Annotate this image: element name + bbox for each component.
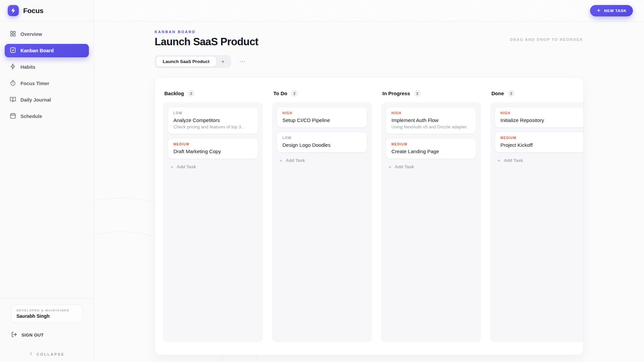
task-description: Check pricing and features of top 3... (173, 124, 253, 129)
sidebar-item-label: Overview (20, 32, 42, 37)
column-title: Backlog (164, 90, 184, 96)
plus-icon (596, 8, 601, 13)
priority-label: HIGH (500, 111, 580, 115)
task-card[interactable]: LOW Analyze Competitors Check pricing an… (168, 107, 258, 134)
plus-icon: + (279, 158, 282, 163)
sidebar-item-label: Daily Journal (20, 97, 51, 103)
new-task-button[interactable]: NEW TASK (590, 5, 633, 16)
tab-launch-saas-product[interactable]: Launch SaaS Product (156, 56, 216, 67)
grid-icon (10, 31, 16, 38)
column-title: Done (491, 90, 504, 96)
credit-card: DEVELOPED & MAINTAINED Saurabh Singh (11, 305, 83, 323)
sidebar-item-label: Habits (20, 64, 35, 70)
sidebar-item-label: Kanban Board (20, 48, 54, 53)
priority-label: MEDIUM (500, 136, 580, 140)
priority-label: LOW (173, 111, 253, 115)
app-name: Focus (23, 7, 43, 15)
app-logo: Focus (0, 0, 94, 21)
board-tabs: Launch SaaS Product + ⋯ (155, 55, 584, 68)
sign-out-icon (11, 331, 17, 339)
book-icon (10, 96, 16, 104)
tab-group: Launch SaaS Product + (155, 55, 231, 68)
add-task-button[interactable]: + Add Task (277, 157, 367, 164)
new-task-label: NEW TASK (604, 9, 627, 13)
add-task-label: Add Task (286, 158, 305, 163)
sidebar-item-daily-journal[interactable]: Daily Journal (5, 93, 89, 107)
kanban-board: Backlog 2 LOW Analyze Competitors Check … (155, 77, 584, 355)
add-task-label: Add Task (177, 164, 196, 169)
collapse-label: COLLAPSE (37, 352, 65, 356)
column-count-badge: 2 (414, 90, 421, 97)
sidebar-item-focus-timer[interactable]: Focus Timer (5, 77, 89, 90)
priority-label: MEDIUM (391, 142, 471, 146)
column-done: Done 2 HIGH Initialize Repository MEDIUM… (490, 85, 584, 347)
column-count-badge: 2 (291, 90, 298, 97)
plus-icon: + (170, 164, 173, 170)
task-title: Project Kickoff (500, 142, 580, 148)
plus-icon: + (497, 158, 500, 163)
sidebar-item-label: Focus Timer (20, 81, 49, 86)
column-dropzone: HIGH Initialize Repository MEDIUM Projec… (490, 102, 584, 342)
sidebar-item-kanban-board[interactable]: Kanban Board (5, 44, 89, 57)
calendar-icon (10, 113, 16, 120)
task-title: Analyze Competitors (173, 117, 253, 123)
drag-drop-hint: DRAG AND DROP TO REORDER (510, 38, 583, 42)
timer-icon (10, 80, 16, 87)
sidebar-footer: DEVELOPED & MAINTAINED Saurabh Singh SIG… (0, 298, 94, 362)
sidebar-item-overview[interactable]: Overview (5, 27, 89, 41)
column-count-badge: 2 (508, 90, 515, 97)
column-dropzone: LOW Analyze Competitors Check pricing an… (163, 102, 263, 342)
page-eyebrow: KANBAN BOARD (155, 30, 584, 34)
task-card[interactable]: MEDIUM Project Kickoff (495, 132, 584, 153)
column-dropzone: HIGH Setup CI/CD Pipeline LOW Design Log… (272, 102, 372, 342)
sign-out-button[interactable]: SIGN OUT (11, 331, 83, 339)
column-backlog: Backlog 2 LOW Analyze Competitors Check … (163, 85, 263, 347)
lightning-logo-icon (8, 5, 19, 16)
plus-icon: + (388, 164, 391, 170)
more-options-button[interactable]: ⋯ (239, 58, 246, 65)
column-in-progress: In Progress 2 HIGH Implement Auth Flow U… (381, 85, 481, 347)
task-card[interactable]: MEDIUM Create Landing Page (386, 138, 476, 159)
credit-label: DEVELOPED & MAINTAINED (16, 309, 77, 312)
add-board-button[interactable]: + (216, 58, 230, 65)
column-to-do: To Do 2 HIGH Setup CI/CD Pipeline LOW De… (272, 85, 372, 347)
add-task-label: Add Task (504, 158, 523, 163)
add-task-button[interactable]: + Add Task (386, 163, 476, 171)
task-title: Setup CI/CD Pipeline (282, 117, 362, 123)
task-title: Design Logo Doodles (282, 142, 362, 148)
task-card[interactable]: MEDIUM Draft Marketing Copy (168, 138, 258, 159)
add-task-button[interactable]: + Add Task (168, 163, 258, 171)
task-card[interactable]: HIGH Initialize Repository (495, 107, 584, 128)
add-task-label: Add Task (395, 164, 414, 169)
task-title: Implement Auth Flow (391, 117, 471, 123)
column-title: To Do (273, 90, 287, 96)
sidebar-item-label: Schedule (20, 114, 42, 119)
sign-out-label: SIGN OUT (21, 333, 44, 338)
topbar: NEW TASK (94, 0, 644, 21)
add-task-button[interactable]: + Add Task (495, 157, 584, 164)
lightning-icon (10, 63, 16, 71)
priority-label: HIGH (391, 111, 471, 115)
collapse-sidebar-button[interactable]: COLLAPSE (0, 352, 94, 357)
task-card[interactable]: HIGH Implement Auth Flow Using NextAuth … (386, 107, 476, 134)
sidebar-item-schedule[interactable]: Schedule (5, 110, 89, 123)
main-area: KANBAN BOARD Launch SaaS Product DRAG AN… (94, 22, 644, 362)
priority-label: MEDIUM (173, 142, 253, 146)
task-title: Initialize Repository (500, 117, 580, 123)
task-card[interactable]: LOW Design Logo Doodles (277, 132, 367, 153)
chevron-left-icon (29, 352, 33, 357)
credit-name: Saurabh Singh (16, 313, 77, 319)
column-count-badge: 2 (187, 90, 195, 97)
kanban-check-icon (10, 47, 16, 54)
sidebar-item-habits[interactable]: Habits (5, 60, 89, 74)
task-title: Create Landing Page (391, 148, 471, 154)
task-title: Draft Marketing Copy (173, 148, 253, 154)
task-description: Using NextAuth v5 and Drizzle adapter. (391, 124, 471, 129)
column-dropzone: HIGH Implement Auth Flow Using NextAuth … (381, 102, 481, 342)
column-title: In Progress (382, 90, 410, 96)
sidebar-nav: Overview Kanban Board Habits Focus Timer… (0, 21, 94, 129)
task-card[interactable]: HIGH Setup CI/CD Pipeline (277, 107, 367, 128)
sidebar: Focus Overview Kanban Board Habits Focus… (0, 0, 94, 362)
priority-label: HIGH (282, 111, 362, 115)
priority-label: LOW (282, 136, 362, 140)
